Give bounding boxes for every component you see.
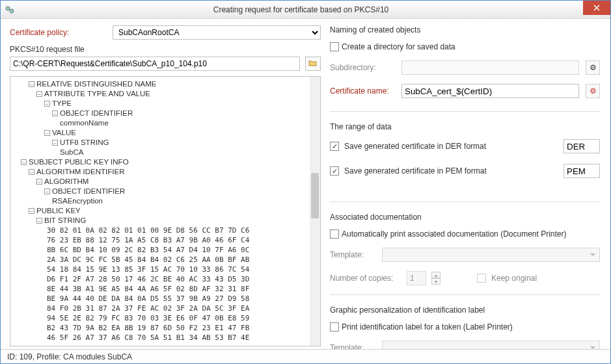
label-template-select	[382, 341, 600, 349]
subdir-gear-button[interactable]: ⚙	[586, 60, 600, 75]
doc-copies-input	[407, 271, 426, 285]
create-dir-label: Create a directory for saved data	[342, 42, 455, 51]
doc-template-label: Template:	[330, 250, 375, 259]
gear-icon: ⚙	[590, 86, 597, 96]
doc-section-title: Associated documentation	[330, 213, 600, 222]
save-der-checkbox[interactable]	[330, 142, 339, 151]
save-pem-checkbox[interactable]	[330, 166, 339, 176]
doc-copies-stepper: ▲▼	[431, 272, 441, 285]
naming-section-title: Naming of created objects	[330, 25, 600, 34]
subdir-label: Subdirectory:	[330, 63, 395, 72]
browse-button[interactable]	[305, 57, 321, 71]
doc-template-select	[382, 248, 600, 262]
print-label-checkbox[interactable]	[330, 322, 339, 332]
window-title: Creating request for certificate based o…	[19, 5, 583, 14]
subdir-input	[401, 60, 579, 75]
der-ext-input[interactable]	[563, 139, 600, 153]
folder-icon	[308, 59, 318, 69]
certname-label: Certificate name:	[330, 86, 395, 96]
close-button[interactable]	[583, 1, 610, 15]
certname-gear-button[interactable]: ⚙	[586, 84, 600, 98]
pem-ext-input[interactable]	[563, 164, 600, 178]
save-der-label: Save generated certificate in DER format	[344, 142, 558, 151]
create-dir-checkbox[interactable]	[330, 42, 339, 51]
certname-input[interactable]	[401, 84, 579, 98]
range-section-title: The range of data	[330, 122, 600, 131]
status-text: ID: 109, Profile: CA modules SubCA	[7, 352, 132, 361]
app-icon	[5, 5, 15, 15]
tree-scrollbar[interactable]	[310, 77, 320, 346]
svg-point-1	[10, 9, 14, 13]
doc-keep-orig-label: Keep original	[491, 274, 537, 283]
graphic-section-title: Graphic personalization of identificatio…	[330, 306, 600, 315]
statusbar: ID: 109, Profile: CA modules SubCA	[1, 349, 610, 363]
save-pem-label: Save generated certificate in PEM format	[344, 166, 558, 176]
policy-label: Certificate policy:	[10, 28, 107, 37]
print-label-label: Print identification label for a token (…	[342, 322, 513, 332]
dialog-window: Creating request for certificate based o…	[0, 0, 611, 364]
file-label: PKCS#10 request file	[10, 45, 321, 54]
policy-select[interactable]: SubCAonRootCA	[113, 25, 321, 40]
label-template-label: Template:	[330, 343, 375, 349]
auto-print-checkbox[interactable]	[330, 229, 339, 239]
titlebar[interactable]: Creating request for certificate based o…	[1, 1, 610, 19]
gear-icon: ⚙	[590, 63, 597, 72]
auto-print-label: Automatically print associated documenta…	[342, 229, 567, 239]
doc-copies-label: Number of copies:	[330, 274, 401, 283]
svg-point-0	[6, 6, 10, 10]
file-path-input[interactable]	[10, 57, 300, 71]
doc-keep-orig-checkbox	[477, 274, 486, 283]
asn1-tree[interactable]: RELATIVE DISTINGUISHED NAME ATTRIBUTE TY…	[10, 76, 321, 346]
